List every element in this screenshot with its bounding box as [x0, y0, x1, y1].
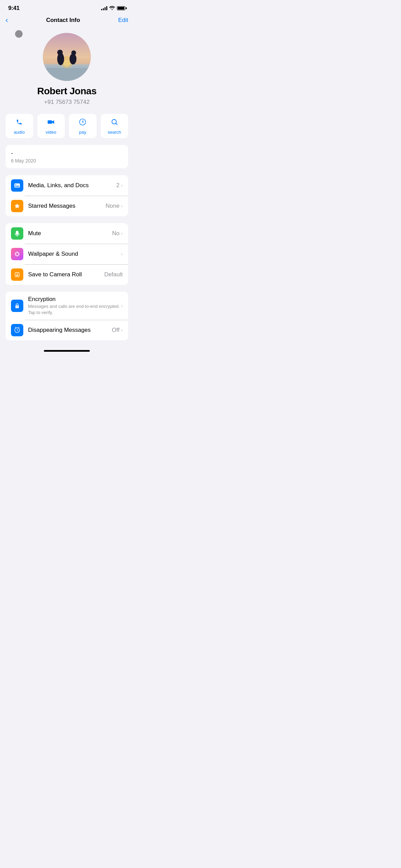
encryption-icon: [11, 300, 23, 312]
audio-icon: [15, 118, 23, 128]
wallpaper-icon: [11, 248, 23, 260]
mute-title: Mute: [28, 230, 41, 237]
disappearing-messages-title: Disappearing Messages: [28, 327, 90, 333]
page-title: Contact Info: [46, 17, 80, 24]
save-camera-roll-value: Default: [104, 271, 123, 278]
edit-button[interactable]: Edit: [118, 17, 128, 24]
info-card: - 6 May 2020: [5, 145, 128, 168]
svg-point-29: [18, 252, 19, 253]
security-section: Encryption Messages and calls are end-to…: [5, 292, 128, 340]
starred-messages-title: Starred Messages: [28, 203, 75, 209]
info-dash: -: [11, 150, 123, 157]
avatar[interactable]: [43, 33, 91, 81]
starred-messages-item[interactable]: Starred Messages None ›: [5, 196, 128, 216]
mute-chevron: ›: [121, 230, 123, 237]
battery-icon: [117, 6, 125, 10]
back-chevron-icon: ‹: [5, 16, 8, 25]
save-camera-roll-title: Save to Camera Roll: [28, 271, 82, 278]
search-label: search: [108, 130, 121, 135]
audio-button[interactable]: audio: [5, 114, 33, 138]
svg-point-20: [15, 184, 16, 185]
search-button[interactable]: search: [101, 114, 129, 138]
svg-rect-9: [57, 57, 64, 60]
starred-icon: [11, 200, 23, 212]
wallpaper-sound-right: ›: [121, 251, 123, 257]
nav-bar: ‹ Contact Info Edit: [0, 14, 134, 27]
disappearing-messages-chevron: ›: [121, 327, 123, 333]
back-button[interactable]: ‹: [5, 16, 8, 25]
svg-point-8: [57, 50, 63, 55]
svg-text:₹: ₹: [82, 120, 84, 124]
pay-label: pay: [79, 130, 86, 135]
svg-point-28: [18, 255, 19, 256]
settings-section: Mute No › Wallpaper & Sound ›: [5, 223, 128, 285]
video-icon: [47, 118, 55, 128]
pay-button[interactable]: ₹ pay: [69, 114, 97, 138]
media-links-docs-value: 2: [116, 182, 119, 189]
svg-point-6: [63, 60, 70, 67]
svg-rect-12: [70, 57, 76, 60]
search-icon: [110, 118, 119, 128]
media-links-docs-item[interactable]: Media, Links, and Docs 2 ›: [5, 175, 128, 196]
home-indicator: [0, 347, 134, 354]
action-buttons-row: audio video ₹ pay search: [0, 114, 134, 138]
starred-messages-value: None: [106, 203, 120, 209]
svg-point-23: [17, 252, 18, 253]
contact-phone: +91 75673 75742: [44, 99, 90, 106]
svg-point-26: [19, 254, 20, 255]
disappearing-messages-value: Off: [112, 327, 119, 334]
status-time: 9:41: [8, 5, 20, 12]
starred-messages-right: None ›: [106, 203, 123, 209]
camera-roll-icon: [11, 268, 23, 281]
starred-messages-content: Starred Messages: [28, 203, 106, 209]
encryption-subtitle: Messages and calls are end-to-end encryp…: [28, 303, 121, 316]
disappearing-messages-item[interactable]: Disappearing Messages Off ›: [5, 320, 128, 340]
mute-item[interactable]: Mute No ›: [5, 223, 128, 244]
disappearing-icon: [11, 324, 23, 336]
mute-value: No: [112, 230, 120, 237]
svg-rect-13: [48, 120, 52, 124]
svg-point-22: [16, 253, 19, 255]
pay-icon: ₹: [78, 118, 87, 128]
home-bar: [44, 350, 90, 352]
encryption-right: ›: [121, 303, 123, 309]
svg-point-30: [15, 255, 16, 256]
wallpaper-sound-content: Wallpaper & Sound: [28, 251, 121, 257]
disappearing-messages-right: Off ›: [112, 327, 123, 334]
svg-point-11: [71, 50, 76, 55]
audio-label: audio: [14, 130, 25, 135]
svg-point-25: [15, 254, 16, 255]
mute-content: Mute: [28, 230, 112, 237]
mute-right: No ›: [112, 230, 123, 237]
media-icon: [11, 179, 23, 192]
svg-point-33: [17, 306, 17, 307]
media-section: Media, Links, and Docs 2 › Starred Messa…: [5, 175, 128, 216]
svg-line-17: [116, 123, 117, 125]
profile-status-dot: [15, 30, 23, 38]
disappearing-messages-content: Disappearing Messages: [28, 327, 112, 334]
media-links-docs-chevron: ›: [121, 182, 123, 189]
profile-section: Robert Jonas +91 75673 75742: [0, 27, 134, 114]
media-links-docs-right: 2 ›: [116, 182, 123, 189]
save-camera-roll-content: Save to Camera Roll: [28, 271, 104, 278]
encryption-item[interactable]: Encryption Messages and calls are end-to…: [5, 292, 128, 320]
encryption-content: Encryption Messages and calls are end-to…: [28, 296, 121, 316]
contact-name: Robert Jonas: [37, 86, 97, 97]
video-button[interactable]: video: [37, 114, 65, 138]
wallpaper-sound-chevron: ›: [121, 251, 123, 257]
status-bar: 9:41: [0, 0, 134, 14]
media-links-docs-content: Media, Links, and Docs: [28, 182, 116, 189]
status-icons: [101, 5, 125, 11]
encryption-title: Encryption: [28, 296, 56, 302]
wifi-icon: [109, 6, 115, 11]
starred-messages-chevron: ›: [121, 203, 123, 209]
svg-point-24: [17, 256, 18, 257]
media-links-docs-title: Media, Links, and Docs: [28, 182, 89, 189]
svg-point-27: [15, 252, 16, 253]
save-camera-roll-item[interactable]: Save to Camera Roll Default: [5, 264, 128, 285]
video-label: video: [46, 130, 56, 135]
save-camera-roll-right: Default: [104, 271, 123, 278]
wallpaper-sound-item[interactable]: Wallpaper & Sound ›: [5, 244, 128, 264]
signal-icon: [101, 6, 107, 10]
encryption-chevron: ›: [121, 303, 123, 309]
